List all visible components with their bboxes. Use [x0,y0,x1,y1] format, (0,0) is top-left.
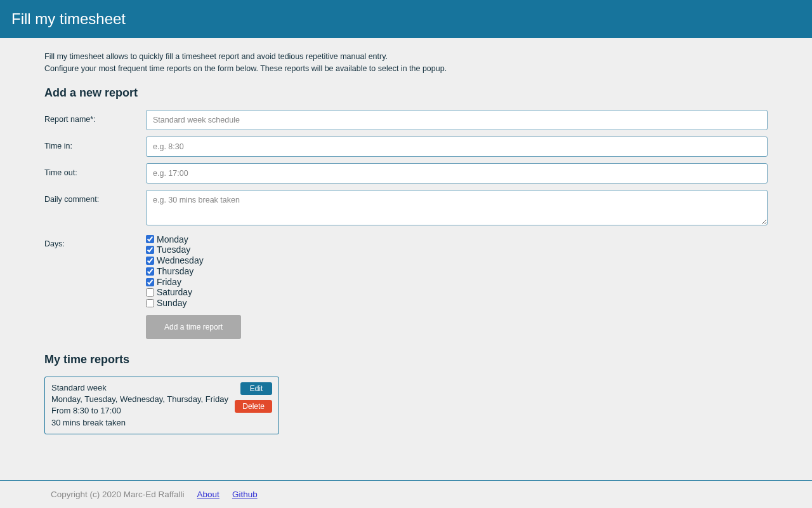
day-label: Tuesday [157,244,190,255]
intro-line-2: Configure your most frequent time report… [44,63,768,75]
label-time-in: Time in: [44,137,146,150]
label-report-name: Report name*: [44,110,146,124]
report-times: From 8:30 to 17:00 [51,405,235,417]
day-option[interactable]: Wednesday [146,255,768,266]
report-days: Monday, Tuesday, Wednesday, Thursday, Fr… [51,394,235,405]
day-option[interactable]: Sunday [146,298,768,309]
row-days: Days: MondayTuesdayWednesdayThursdayFrid… [44,234,768,340]
day-checkbox[interactable] [146,278,154,286]
intro-line-1: Fill my timesheet allows to quickly fill… [44,51,768,63]
day-checkbox[interactable] [146,235,154,243]
day-label: Sunday [157,298,187,309]
app-title: Fill my timesheet [11,10,126,27]
copyright-text: Copyright (c) 2020 Marc-Ed Raffalli [51,490,185,499]
intro-text: Fill my timesheet allows to quickly fill… [44,51,768,75]
row-time-out: Time out: [44,163,768,184]
row-daily-comment: Daily comment: [44,190,768,228]
footer-link-github[interactable]: Github [232,490,258,499]
time-in-input[interactable] [146,137,768,157]
day-option[interactable]: Saturday [146,287,768,298]
day-label: Friday [157,277,181,288]
day-checkbox[interactable] [146,246,154,254]
report-actions: Edit Delete [235,382,272,429]
report-name: Standard week [51,382,235,394]
delete-button[interactable]: Delete [235,400,272,413]
day-checkbox[interactable] [146,299,154,307]
row-time-in: Time in: [44,137,768,157]
day-label: Thursday [157,266,193,277]
day-label: Wednesday [157,255,204,266]
report-card: Standard week Monday, Tuesday, Wednesday… [44,377,279,434]
report-name-input[interactable] [146,110,768,130]
main-container: Fill my timesheet allows to quickly fill… [44,38,768,434]
day-checkbox[interactable] [146,288,154,297]
day-option[interactable]: Friday [146,277,768,288]
add-report-heading: Add a new report [44,86,768,100]
daily-comment-input[interactable] [146,190,768,225]
row-report-name: Report name*: [44,110,768,130]
day-label: Saturday [157,287,192,298]
day-option[interactable]: Monday [146,234,768,245]
report-comment: 30 mins break taken [51,417,235,429]
day-option[interactable]: Tuesday [146,244,768,255]
time-out-input[interactable] [146,163,768,184]
day-checkbox[interactable] [146,257,154,265]
report-info: Standard week Monday, Tuesday, Wednesday… [51,382,235,429]
edit-button[interactable]: Edit [240,382,272,395]
footer-link-about[interactable]: About [197,490,219,499]
day-label: Monday [157,234,188,245]
label-daily-comment: Daily comment: [44,190,146,204]
days-list: MondayTuesdayWednesdayThursdayFridaySatu… [146,234,768,309]
app-header: Fill my timesheet [0,0,812,38]
add-report-button[interactable]: Add a time report [146,315,241,339]
my-reports-heading: My time reports [44,353,768,366]
label-time-out: Time out: [44,163,146,177]
footer: Copyright (c) 2020 Marc-Ed Raffalli Abou… [0,480,812,508]
day-checkbox[interactable] [146,267,154,276]
label-days: Days: [44,234,146,248]
day-option[interactable]: Thursday [146,266,768,277]
